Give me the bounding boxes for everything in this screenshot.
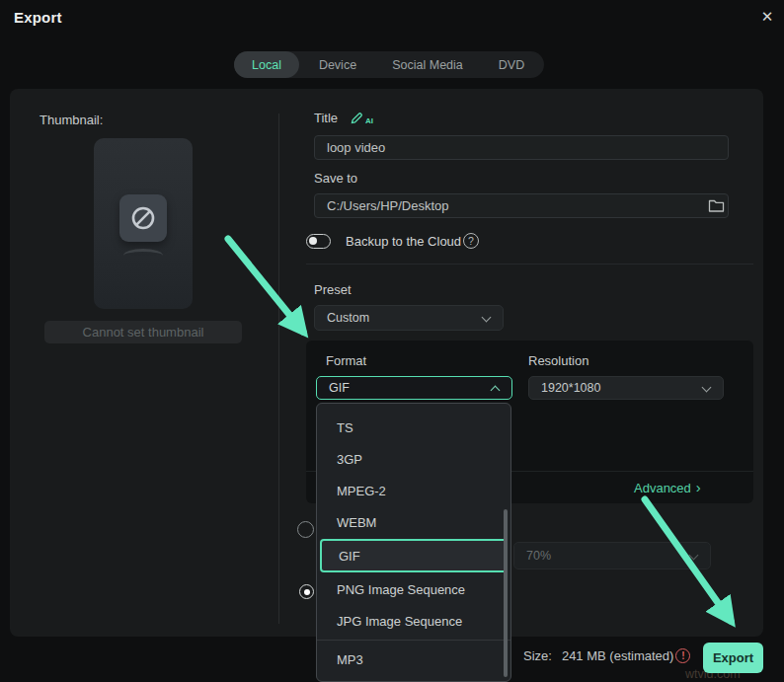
export-destination-tabs: Local Device Social Media DVD	[234, 51, 544, 78]
size-label: Size:	[523, 648, 552, 663]
export-button[interactable]: Export	[703, 643, 763, 673]
size-value: 241 MB (estimated)	[562, 648, 673, 663]
dropdown-item-webm[interactable]: WEBM	[317, 506, 510, 538]
chevron-down-icon	[482, 313, 492, 323]
format-label: Format	[326, 353, 366, 368]
dropdown-item-gif-selected[interactable]: GIF	[320, 539, 508, 572]
hidden-toggle[interactable]	[297, 521, 314, 538]
help-icon[interactable]: ?	[463, 233, 479, 249]
chevron-up-icon	[491, 386, 501, 396]
save-to-label: Save to	[314, 171, 357, 186]
size-estimate: Size: 241 MB (estimated) !	[523, 648, 690, 663]
chevron-down-icon	[702, 383, 712, 393]
preset-select[interactable]: Custom	[314, 305, 504, 331]
thumbnail-preview	[94, 138, 193, 309]
format-dropdown-menu: TS 3GP MPEG-2 WEBM GIF PNG Image Sequenc…	[316, 403, 511, 682]
dropdown-item-jpg-sequence[interactable]: JPG Image Sequence	[317, 605, 510, 637]
chevron-down-icon	[689, 551, 699, 561]
warning-icon[interactable]: !	[675, 648, 690, 663]
resolution-select[interactable]: 1920*1080	[528, 376, 724, 400]
format-select[interactable]: GIF	[316, 376, 512, 400]
dropdown-divider	[317, 640, 510, 641]
no-thumbnail-icon	[119, 194, 167, 242]
dropdown-item-mp3[interactable]: MP3	[317, 644, 510, 675]
folder-browse-icon[interactable]	[708, 198, 725, 217]
tab-social-media[interactable]: Social Media	[376, 51, 479, 78]
ai-edit-icon[interactable]: AI	[350, 112, 373, 125]
tab-dvd[interactable]: DVD	[479, 51, 544, 78]
dropdown-item-3gp[interactable]: 3GP	[317, 443, 510, 475]
backup-cloud-label: Backup to the Cloud	[346, 234, 461, 249]
backup-cloud-toggle[interactable]	[306, 234, 331, 249]
dropdown-item-ts[interactable]: TS	[317, 412, 510, 443]
title-input[interactable]	[314, 135, 729, 160]
dropdown-item-png-sequence[interactable]: PNG Image Sequence	[317, 573, 510, 605]
title-label: Title	[314, 111, 338, 125]
column-divider	[278, 114, 279, 624]
advanced-link[interactable]: Advanced ›	[634, 481, 701, 495]
close-icon[interactable]: ✕	[756, 6, 778, 28]
set-thumbnail-button[interactable]: Cannot set thumbnail	[44, 321, 242, 343]
dropdown-scrollbar[interactable]	[504, 509, 508, 677]
preset-label: Preset	[314, 282, 352, 297]
dropdown-item-wav[interactable]: WAV	[317, 675, 510, 682]
save-to-input[interactable]	[314, 193, 729, 218]
quality-select[interactable]: 70%	[513, 542, 711, 569]
section-divider	[306, 264, 753, 265]
chevron-right-icon: ›	[696, 479, 701, 495]
resolution-label: Resolution	[528, 353, 588, 368]
dropdown-item-mpeg2[interactable]: MPEG-2	[317, 475, 510, 506]
thumbnail-reflection	[123, 249, 163, 263]
tab-local[interactable]: Local	[234, 51, 299, 78]
thumbnail-label: Thumbnail:	[39, 113, 103, 127]
window-title: Export	[14, 9, 62, 26]
hidden-radio-selected[interactable]	[299, 584, 314, 599]
tab-device[interactable]: Device	[299, 51, 376, 78]
